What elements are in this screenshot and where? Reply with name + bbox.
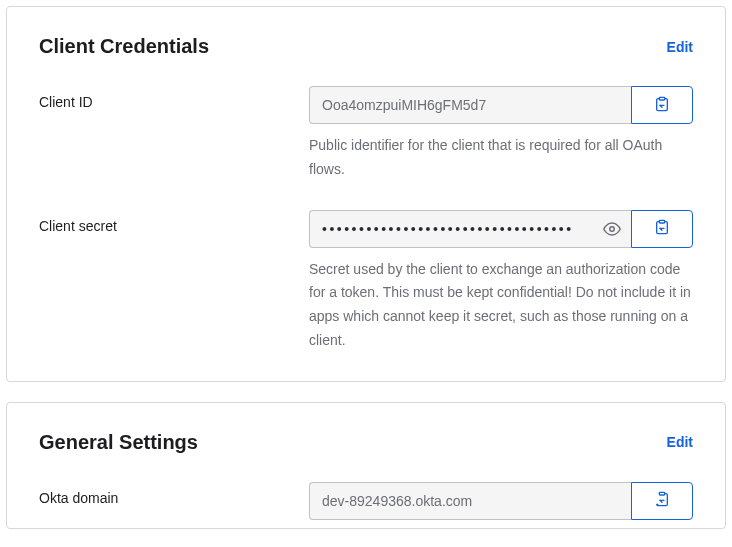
copy-okta-domain-button[interactable] bbox=[631, 482, 693, 520]
clipboard-icon bbox=[654, 96, 670, 115]
svg-rect-3 bbox=[659, 493, 664, 496]
general-settings-title: General Settings bbox=[39, 431, 198, 454]
okta-domain-content: dev-89249368.okta.com bbox=[309, 482, 693, 520]
okta-domain-input-group: dev-89249368.okta.com bbox=[309, 482, 693, 520]
client-secret-value[interactable]: •••••••••••••••••••••••••••••••••• bbox=[309, 210, 631, 248]
client-secret-content: •••••••••••••••••••••••••••••••••• bbox=[309, 210, 693, 353]
clipboard-icon bbox=[654, 219, 670, 238]
card-header: Client Credentials Edit bbox=[39, 35, 693, 58]
okta-domain-value[interactable]: dev-89249368.okta.com bbox=[309, 482, 631, 520]
client-credentials-card: Client Credentials Edit Client ID Ooa4om… bbox=[6, 6, 726, 382]
client-secret-input-group: •••••••••••••••••••••••••••••••••• bbox=[309, 210, 693, 248]
copy-client-id-button[interactable] bbox=[631, 86, 693, 124]
eye-icon[interactable] bbox=[603, 220, 621, 238]
edit-general-settings-button[interactable]: Edit bbox=[667, 434, 693, 450]
client-secret-label: Client secret bbox=[39, 210, 309, 234]
client-secret-row: Client secret ••••••••••••••••••••••••••… bbox=[39, 210, 693, 353]
okta-domain-row: Okta domain dev-89249368.okta.com bbox=[39, 482, 693, 520]
okta-domain-label: Okta domain bbox=[39, 482, 309, 506]
client-id-content: Ooa4omzpuiMIH6gFM5d7 Public identifier f… bbox=[309, 86, 693, 182]
client-secret-help: Secret used by the client to exchange an… bbox=[309, 258, 693, 353]
client-id-value[interactable]: Ooa4omzpuiMIH6gFM5d7 bbox=[309, 86, 631, 124]
edit-client-credentials-button[interactable]: Edit bbox=[667, 39, 693, 55]
svg-rect-2 bbox=[659, 220, 664, 223]
clipboard-icon bbox=[654, 491, 670, 510]
client-id-label: Client ID bbox=[39, 86, 309, 110]
card-header: General Settings Edit bbox=[39, 431, 693, 454]
client-secret-masked: •••••••••••••••••••••••••••••••••• bbox=[322, 221, 574, 237]
svg-rect-0 bbox=[659, 97, 664, 100]
general-settings-card: General Settings Edit Okta domain dev-89… bbox=[6, 402, 726, 529]
client-id-input-group: Ooa4omzpuiMIH6gFM5d7 bbox=[309, 86, 693, 124]
svg-point-1 bbox=[610, 226, 615, 231]
client-id-help: Public identifier for the client that is… bbox=[309, 134, 693, 182]
client-credentials-title: Client Credentials bbox=[39, 35, 209, 58]
client-id-row: Client ID Ooa4omzpuiMIH6gFM5d7 Public id… bbox=[39, 86, 693, 182]
copy-client-secret-button[interactable] bbox=[631, 210, 693, 248]
